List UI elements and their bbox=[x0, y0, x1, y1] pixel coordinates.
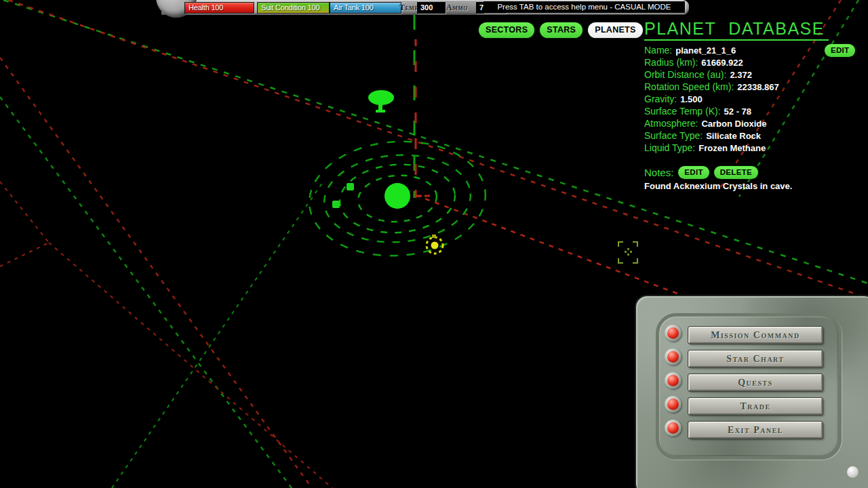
tree-icon[interactable] bbox=[368, 90, 394, 113]
planet-database-panel: PLANET DATABASE EDIT Name:planet_21_1_6 … bbox=[644, 19, 868, 191]
edit-name-button[interactable]: EDIT bbox=[825, 44, 855, 57]
notes-delete-button[interactable]: DELETE bbox=[714, 166, 758, 179]
quests-button[interactable]: Quests bbox=[688, 374, 823, 391]
planet-marker[interactable] bbox=[332, 201, 340, 208]
tab-sectors[interactable]: SECTORS bbox=[479, 22, 534, 38]
led-button[interactable] bbox=[665, 325, 682, 342]
led-button[interactable] bbox=[665, 420, 682, 436]
led-button[interactable] bbox=[665, 348, 682, 365]
notes-row: Notes: EDIT DELETE bbox=[644, 165, 868, 180]
panel-title: PLANET DATABASE bbox=[644, 19, 829, 41]
star-sun[interactable] bbox=[384, 183, 410, 209]
field-rotation-speed: Rotation Speed (km):22338.867 bbox=[644, 81, 868, 93]
field-atmosphere: Atmosphere:Carbon Dioxide bbox=[644, 117, 868, 129]
led-button[interactable] bbox=[665, 396, 682, 413]
tab-planets[interactable]: PLANETS bbox=[588, 22, 642, 38]
exit-panel-button[interactable]: Exit Panel bbox=[688, 422, 823, 439]
mission-command-button[interactable]: Mission Command bbox=[688, 327, 823, 344]
notes-edit-button[interactable]: EDIT bbox=[678, 166, 709, 179]
corner-ball-icon bbox=[847, 466, 859, 478]
star-chart-button[interactable]: Star Chart bbox=[688, 350, 823, 367]
red-led-icon bbox=[667, 375, 679, 386]
red-led-icon bbox=[667, 351, 679, 363]
field-gravity: Gravity:1.500 bbox=[644, 93, 868, 105]
field-surface-type: Surface Type:Silicate Rock bbox=[644, 129, 868, 142]
note-text: Found Acknexium Crystals in cave. bbox=[644, 181, 868, 191]
notes-label: Notes: bbox=[644, 167, 673, 178]
trade-button[interactable]: Trade bbox=[688, 398, 823, 415]
map-tabs: SECTORS STARS PLANETS bbox=[479, 22, 643, 38]
health-bar: Health 100 bbox=[184, 2, 254, 14]
field-surface-temp: Surface Temp (K):52 - 78 bbox=[644, 105, 868, 117]
air-tank-bar: Air Tank 100 bbox=[330, 2, 401, 14]
temp-label: Temp bbox=[399, 3, 418, 13]
menu-panel: Mission Command Star Chart Quests Trade … bbox=[636, 296, 868, 488]
database-fields: Name:planet_21_1_6 Radius (km):61669.922… bbox=[644, 44, 868, 154]
status-bar: Health 100 Suit Condition 100 Air Tank 1… bbox=[161, 0, 689, 15]
ammo-label: Ammo bbox=[446, 3, 468, 13]
crosshair-icon bbox=[618, 242, 637, 263]
led-button[interactable] bbox=[665, 372, 682, 389]
red-led-icon bbox=[667, 399, 679, 410]
red-led-icon bbox=[667, 422, 679, 434]
suit-condition-bar: Suit Condition 100 bbox=[257, 2, 330, 14]
tab-stars[interactable]: STARS bbox=[540, 22, 583, 38]
red-led-icon bbox=[667, 327, 679, 339]
field-liquid-type: Liquid Type:Frozen Methane bbox=[644, 142, 868, 154]
planet-marker[interactable] bbox=[347, 183, 354, 190]
field-radius: Radius (km):61669.922 bbox=[644, 56, 868, 68]
temp-value: 300 bbox=[417, 2, 446, 14]
field-orbit-distance: Orbit Distance (au):2.372 bbox=[644, 68, 868, 81]
help-hint: Press TAB to access help menu - CASUAL M… bbox=[484, 1, 685, 13]
